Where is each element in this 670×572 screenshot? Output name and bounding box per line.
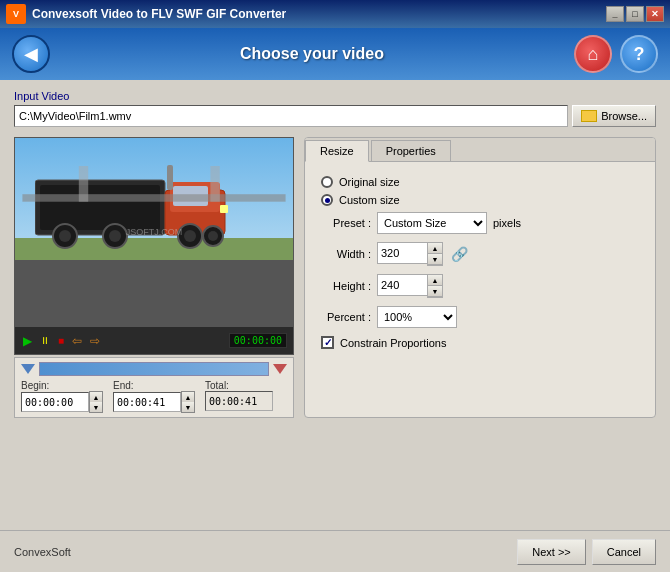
end-marker-icon	[273, 364, 287, 374]
pixels-label: pixels	[493, 217, 521, 229]
next-label: Next >>	[532, 546, 571, 558]
trim-section: Begin: ▲ ▼ End:	[14, 357, 294, 418]
original-size-label: Original size	[339, 176, 400, 188]
custom-size-label: Custom size	[339, 194, 400, 206]
tab-bar: Resize Properties	[305, 138, 655, 162]
window-controls: _ □ ✕	[606, 6, 664, 22]
width-spinner-group: ▲ ▼	[377, 242, 443, 266]
constrain-row: ✓ Constrain Proportions	[321, 336, 639, 349]
height-input[interactable]	[377, 274, 427, 296]
nav-bar: ◀ Choose your video ⌂ ?	[0, 28, 670, 80]
total-field-group: Total:	[205, 380, 273, 413]
end-spinner: ▲ ▼	[181, 391, 195, 413]
height-spinner-group: ▲ ▼	[377, 274, 443, 298]
nav-title: Choose your video	[50, 45, 574, 63]
end-field-group: End: ▲ ▼	[113, 380, 195, 413]
stop-button[interactable]: ■	[56, 333, 66, 348]
right-panel: Resize Properties Original size	[304, 137, 656, 418]
tab-properties[interactable]: Properties	[371, 140, 451, 161]
next-button[interactable]: Next >>	[517, 539, 586, 565]
home-button[interactable]: ⌂	[574, 35, 612, 73]
width-down-button[interactable]: ▼	[428, 254, 442, 265]
nav-right-buttons: ⌂ ?	[574, 35, 658, 73]
cancel-button[interactable]: Cancel	[592, 539, 656, 565]
custom-size-radio-row: Custom size	[321, 194, 639, 206]
video-controls: ▶ ⏸ ■ ⇦ ⇨ 00:00:00	[14, 327, 294, 355]
constrain-label: Constrain Proportions	[340, 337, 446, 349]
time-display: 00:00:00	[229, 333, 287, 348]
svg-rect-17	[210, 166, 219, 202]
two-col-layout: JSOFTJ.COM ▶ ⏸ ■ ⇦ ⇨ 00:00:00	[14, 137, 656, 418]
input-row: Browse...	[14, 105, 656, 127]
original-size-radio[interactable]	[321, 176, 333, 188]
link-icon: 🔗	[449, 244, 470, 264]
svg-rect-16	[79, 166, 88, 202]
end-time-input[interactable]	[113, 392, 181, 412]
next-frame-button[interactable]: ⇨	[88, 332, 102, 350]
brand-label: ConvexSoft	[14, 546, 71, 558]
road	[15, 260, 293, 326]
radio-selected-dot	[325, 198, 330, 203]
help-button[interactable]: ?	[620, 35, 658, 73]
percent-row: Percent : 100% 75% 50% 25%	[321, 306, 639, 328]
total-label: Total:	[205, 380, 229, 391]
browse-label: Browse...	[601, 110, 647, 122]
height-down-button[interactable]: ▼	[428, 286, 442, 297]
folder-icon	[581, 110, 597, 122]
width-input[interactable]	[377, 242, 427, 264]
end-up-button[interactable]: ▲	[182, 392, 194, 402]
custom-size-radio[interactable]	[321, 194, 333, 206]
begin-marker-icon	[21, 364, 35, 374]
height-up-button[interactable]: ▲	[428, 275, 442, 286]
play-button[interactable]: ▶	[21, 332, 34, 350]
window-title: Convexsoft Video to FLV SWF GIF Converte…	[32, 7, 606, 21]
watermark: JSOFTJ.COM	[126, 227, 183, 237]
total-time-input	[205, 391, 273, 411]
begin-up-button[interactable]: ▲	[90, 392, 102, 402]
maximize-button[interactable]: □	[626, 6, 644, 22]
begin-time-input[interactable]	[21, 392, 89, 412]
original-size-radio-row: Original size	[321, 176, 639, 188]
end-label: End:	[113, 380, 134, 391]
prev-frame-button[interactable]: ⇦	[70, 332, 84, 350]
width-up-button[interactable]: ▲	[428, 243, 442, 254]
video-panel: JSOFTJ.COM ▶ ⏸ ■ ⇦ ⇨ 00:00:00	[14, 137, 294, 418]
home-icon: ⌂	[588, 44, 599, 65]
end-down-button[interactable]: ▼	[182, 402, 194, 412]
preset-label: Preset :	[321, 217, 371, 229]
tab-resize-label: Resize	[320, 145, 354, 157]
minimize-button[interactable]: _	[606, 6, 624, 22]
begin-field-group: Begin: ▲ ▼	[21, 380, 103, 413]
close-button[interactable]: ✕	[646, 6, 664, 22]
back-icon: ◀	[24, 43, 38, 65]
width-label: Width :	[321, 248, 371, 260]
preset-select[interactable]: Custom Size 320x240 640x480 800x600	[377, 212, 487, 234]
begin-label: Begin:	[21, 380, 49, 391]
percent-select[interactable]: 100% 75% 50% 25%	[377, 306, 457, 328]
cancel-label: Cancel	[607, 546, 641, 558]
input-video-field[interactable]	[14, 105, 568, 127]
video-screen: JSOFTJ.COM	[14, 137, 294, 327]
height-label: Height :	[321, 280, 371, 292]
help-icon: ?	[634, 44, 645, 65]
pause-button[interactable]: ⏸	[38, 333, 52, 348]
width-spinner: ▲ ▼	[427, 242, 443, 266]
check-mark-icon: ✓	[324, 337, 332, 348]
percent-label: Percent :	[321, 311, 371, 323]
tab-resize[interactable]: Resize	[305, 140, 369, 162]
begin-down-button[interactable]: ▼	[90, 402, 102, 412]
width-row: Width : ▲ ▼ 🔗	[321, 242, 639, 266]
constrain-checkbox[interactable]: ✓	[321, 336, 334, 349]
main-content: Input Video Browse...	[0, 80, 670, 530]
browse-button[interactable]: Browse...	[572, 105, 656, 127]
begin-spinner: ▲ ▼	[89, 391, 103, 413]
back-button[interactable]: ◀	[12, 35, 50, 73]
bottom-buttons: Next >> Cancel	[517, 539, 656, 565]
trim-range-bar[interactable]	[39, 362, 269, 376]
time-fields: Begin: ▲ ▼ End:	[21, 380, 287, 413]
tab-properties-label: Properties	[386, 145, 436, 157]
height-row: Height : ▲ ▼	[321, 274, 639, 298]
app-icon: V	[6, 4, 26, 24]
preset-row: Preset : Custom Size 320x240 640x480 800…	[321, 212, 639, 234]
svg-rect-15	[22, 194, 285, 202]
